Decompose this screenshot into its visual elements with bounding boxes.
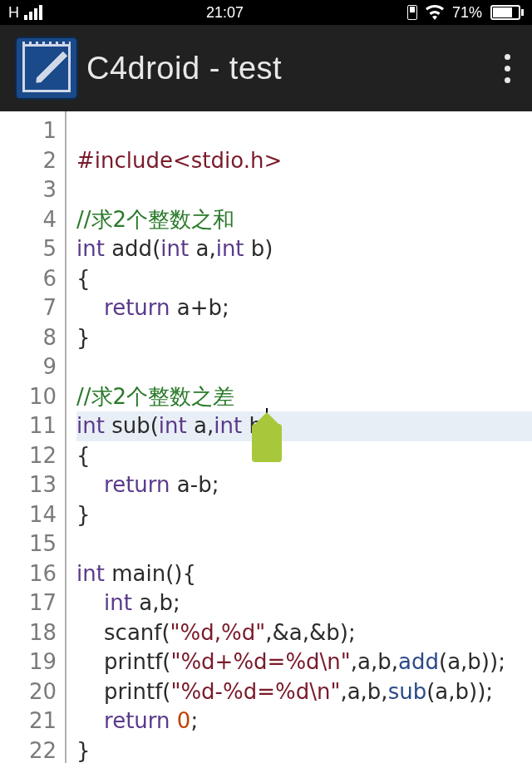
- line-number: 14: [0, 500, 57, 530]
- app-bar: C4droid - test: [0, 25, 532, 111]
- charging-icon: [407, 5, 417, 20]
- battery-percent: 71%: [452, 4, 482, 22]
- code-line[interactable]: }: [76, 323, 532, 353]
- line-number: 19: [0, 647, 57, 677]
- line-number: 3: [0, 175, 57, 205]
- code-line[interactable]: return 0;: [76, 706, 532, 736]
- status-bar: H 21:07 71%: [0, 0, 532, 25]
- battery-icon: [490, 5, 524, 20]
- code-line[interactable]: return a+b;: [76, 293, 532, 323]
- code-editor[interactable]: 12345678910111213141516171819202122 #inc…: [0, 111, 532, 763]
- cursor-handle[interactable]: [252, 424, 282, 462]
- code-line[interactable]: }: [76, 500, 532, 530]
- line-number: 1: [0, 116, 57, 146]
- code-line[interactable]: [76, 529, 532, 559]
- line-number: 2: [0, 146, 57, 176]
- app-title: C4droid - test: [86, 51, 482, 86]
- code-line[interactable]: [76, 175, 532, 205]
- line-number: 21: [0, 706, 57, 736]
- status-left: H: [8, 4, 42, 22]
- overflow-menu-button[interactable]: [482, 25, 532, 111]
- line-number-gutter: 12345678910111213141516171819202122: [0, 111, 66, 763]
- status-right: 71%: [407, 4, 524, 22]
- line-number: 20: [0, 677, 57, 707]
- line-number: 7: [0, 293, 57, 323]
- line-number: 15: [0, 529, 57, 559]
- code-line[interactable]: {: [76, 264, 532, 294]
- line-number: 8: [0, 323, 57, 353]
- line-number: 4: [0, 205, 57, 235]
- code-line[interactable]: int sub(int a,int b): [76, 411, 532, 441]
- line-number: 9: [0, 352, 57, 382]
- code-line[interactable]: }: [76, 736, 532, 764]
- code-line[interactable]: int main(){: [76, 559, 532, 589]
- wifi-icon: [426, 5, 444, 20]
- code-line[interactable]: [76, 352, 532, 382]
- code-line[interactable]: //求2个整数之和: [76, 205, 532, 235]
- code-line[interactable]: #include<stdio.h>: [76, 146, 532, 176]
- signal-icon: [24, 5, 42, 20]
- line-number: 10: [0, 382, 57, 412]
- line-number: 6: [0, 264, 57, 294]
- line-number: 18: [0, 618, 57, 648]
- status-time: 21:07: [206, 4, 244, 22]
- code-line[interactable]: printf("%d+%d=%d\n",a,b,add(a,b));: [76, 647, 532, 677]
- line-number: 17: [0, 588, 57, 618]
- line-number: 12: [0, 441, 57, 471]
- code-area[interactable]: #include<stdio.h>//求2个整数之和int add(int a,…: [66, 111, 532, 763]
- line-number: 5: [0, 234, 57, 264]
- line-number: 13: [0, 470, 57, 500]
- code-line[interactable]: return a-b;: [76, 470, 532, 500]
- code-line[interactable]: int a,b;: [76, 588, 532, 618]
- network-type: H: [8, 4, 19, 22]
- line-number: 16: [0, 559, 57, 589]
- app-logo-icon: [15, 37, 78, 100]
- code-line[interactable]: printf("%d-%d=%d\n",a,b,sub(a,b));: [76, 677, 532, 707]
- line-number: 22: [0, 736, 57, 764]
- code-line[interactable]: //求2个整数之差: [76, 382, 532, 412]
- code-line[interactable]: scanf("%d,%d",&a,&b);: [76, 618, 532, 648]
- code-line[interactable]: int add(int a,int b): [76, 234, 532, 264]
- code-line[interactable]: {: [76, 441, 532, 471]
- line-number: 11: [0, 411, 57, 441]
- code-line[interactable]: [76, 116, 532, 146]
